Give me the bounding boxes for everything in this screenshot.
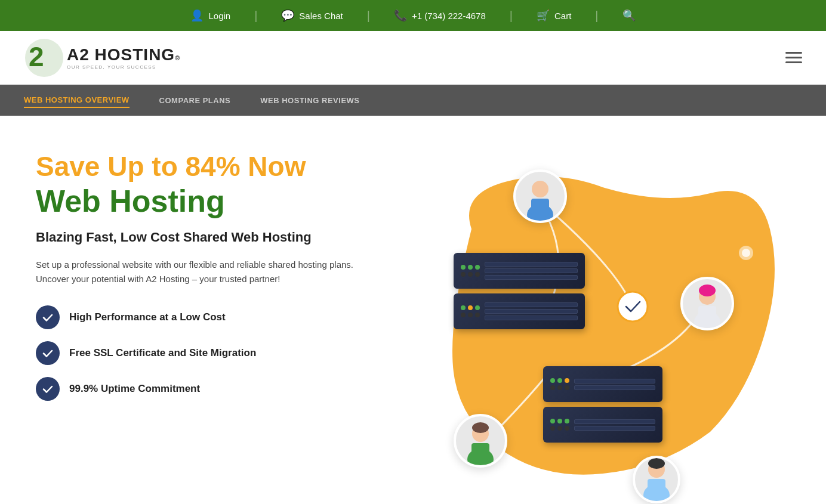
cart-label: Cart <box>554 11 571 21</box>
hero-content: Save Up to 84% Now Web Hosting Blazing F… <box>36 146 394 401</box>
server-unit-4 <box>543 407 662 443</box>
login-link[interactable]: 👤 Login <box>190 9 230 22</box>
check-icon-3 <box>41 382 54 395</box>
check-circle-3 <box>36 377 60 401</box>
login-label: Login <box>208 11 230 21</box>
hamburger-line3 <box>785 61 802 63</box>
avatar-2 <box>680 277 734 330</box>
svg-rect-15 <box>471 443 489 460</box>
check-icon-2 <box>41 347 54 360</box>
main-content: Save Up to 84% Now Web Hosting Blazing F… <box>0 116 826 504</box>
header: 2 A2 HOSTING ® OUR SPEED, YOUR SUCCESS <box>0 31 826 85</box>
server-stack-1 <box>454 253 585 329</box>
subheadline: Blazing Fast, Low Cost Shared Web Hostin… <box>36 229 394 246</box>
hamburger-menu[interactable] <box>785 52 802 63</box>
person-icon-1 <box>519 176 561 221</box>
divider4: | <box>595 9 598 23</box>
check-circle-1 <box>36 305 60 329</box>
avatar-3 <box>454 414 507 468</box>
server-stack-2 <box>543 366 662 443</box>
phone-link[interactable]: 📞 +1 (734) 222-4678 <box>394 9 486 22</box>
phone-label: +1 (734) 222-4678 <box>412 11 486 21</box>
person-icon-2 <box>686 283 728 328</box>
avatar-1 <box>513 169 567 223</box>
svg-point-17 <box>648 458 665 469</box>
check-circle-2 <box>36 341 60 365</box>
logo-text: A2 HOSTING ® OUR SPEED, YOUR SUCCESS <box>67 45 180 70</box>
svg-rect-19 <box>648 479 665 496</box>
svg-text:2: 2 <box>29 41 44 72</box>
hamburger-line1 <box>785 52 802 54</box>
feature-text-2: Free SSL Certificate and Site Migration <box>69 347 256 359</box>
server-unit-1 <box>454 253 585 289</box>
nav-bar: WEB HOSTING OVERVIEW COMPARE PLANS WEB H… <box>0 85 826 116</box>
feature-text-3: 99.9% Uptime Commitment <box>69 383 200 395</box>
server-unit-3 <box>543 366 662 402</box>
chat-icon: 💬 <box>281 9 294 22</box>
avatar-4 <box>633 456 680 503</box>
headline-orange: Save Up to 84% Now <box>36 151 394 182</box>
feature-item-3: 99.9% Uptime Commitment <box>36 377 394 401</box>
phone-icon: 📞 <box>394 9 407 22</box>
nav-web-hosting-reviews[interactable]: WEB HOSTING REVIEWS <box>260 94 359 107</box>
hamburger-line2 <box>785 57 802 58</box>
logo-hosting-name: HOSTING <box>90 45 175 64</box>
user-icon: 👤 <box>190 9 204 22</box>
divider3: | <box>510 9 513 23</box>
feature-item-2: Free SSL Certificate and Site Migration <box>36 341 394 365</box>
headline-green: Web Hosting <box>36 184 394 218</box>
svg-rect-11 <box>698 306 716 323</box>
feature-text-1: High Performance at a Low Cost <box>69 311 226 323</box>
person-icon-4 <box>636 456 677 501</box>
top-bar: 👤 Login | 💬 Sales Chat | 📞 +1 (734) 222-… <box>0 0 826 31</box>
logo-icon: 2 <box>24 38 64 78</box>
sales-chat-link[interactable]: 💬 Sales Chat <box>281 9 343 22</box>
nav-web-hosting-overview[interactable]: WEB HOSTING OVERVIEW <box>24 93 130 108</box>
feature-item-1: High Performance at a Low Cost <box>36 305 394 329</box>
cart-link[interactable]: 🛒 Cart <box>537 9 571 22</box>
logo-a2: A2 <box>67 45 90 64</box>
sales-chat-label: Sales Chat <box>299 11 343 21</box>
feature-list: High Performance at a Low Cost Free SSL … <box>36 305 394 401</box>
svg-point-13 <box>472 422 489 433</box>
check-icon-1 <box>41 311 54 324</box>
person-icon-3 <box>460 420 501 465</box>
logo-tagline: OUR SPEED, YOUR SUCCESS <box>67 64 180 70</box>
divider2: | <box>367 9 370 23</box>
nav-compare-plans[interactable]: COMPARE PLANS <box>159 94 231 107</box>
description: Set up a professional website with our f… <box>36 258 358 286</box>
svg-point-5 <box>532 181 548 197</box>
cart-icon: 🛒 <box>537 9 550 22</box>
svg-rect-7 <box>531 199 549 215</box>
search-icon: 🔍 <box>622 9 636 22</box>
divider1: | <box>254 9 257 23</box>
logo-registered: ® <box>175 54 180 61</box>
logo[interactable]: 2 A2 HOSTING ® OUR SPEED, YOUR SUCCESS <box>24 38 180 78</box>
server-unit-2 <box>454 293 585 329</box>
svg-point-9 <box>699 285 716 296</box>
hero-illustration <box>406 146 802 504</box>
search-link[interactable]: 🔍 <box>622 9 636 22</box>
